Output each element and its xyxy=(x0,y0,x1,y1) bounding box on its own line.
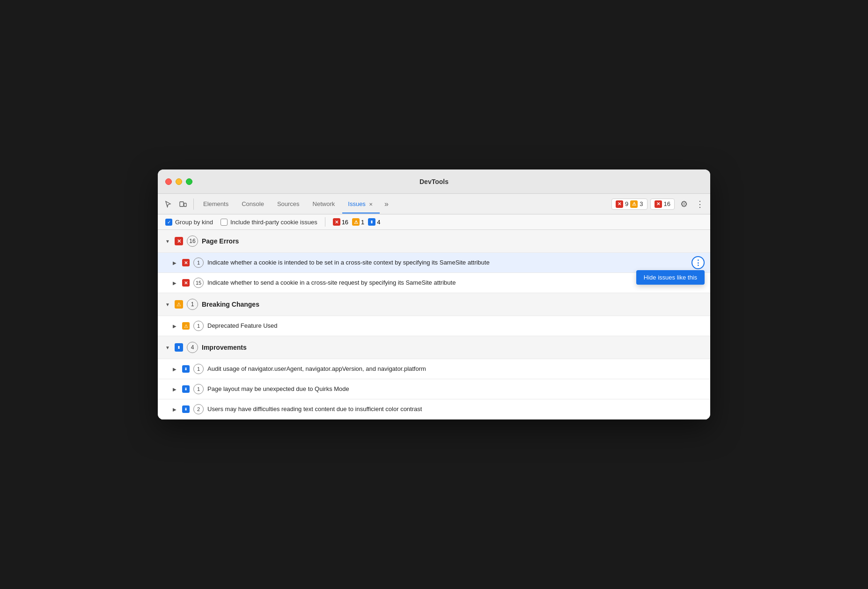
svg-rect-1 xyxy=(184,203,186,206)
section-chevron-breaking: ▼ xyxy=(165,302,171,307)
issue-chevron-2: ▶ xyxy=(173,280,178,286)
more-tabs-button[interactable]: » xyxy=(382,198,391,210)
filter-error-count[interactable]: ✕ 16 xyxy=(333,218,348,226)
section-improvements[interactable]: ▼ 4 Improvements xyxy=(158,336,710,359)
filter-divider xyxy=(325,217,325,227)
issue-count-contrast: 2 xyxy=(193,404,204,414)
svg-rect-3 xyxy=(371,221,373,221)
settings-button[interactable]: ⚙ xyxy=(677,198,691,211)
section-count-breaking: 1 xyxy=(187,299,198,310)
error-warn-badge[interactable]: ✕ 9 ⚠ 3 xyxy=(611,199,647,210)
tab-console[interactable]: Console xyxy=(236,198,270,210)
maximize-button[interactable] xyxy=(186,178,192,185)
group-by-kind-label: Group by kind xyxy=(175,219,213,226)
tab-issues-close[interactable]: ✕ xyxy=(368,201,374,207)
svg-rect-2 xyxy=(371,221,373,223)
close-button[interactable] xyxy=(165,178,172,185)
group-by-kind-checkbox[interactable]: ✓ Group by kind xyxy=(165,219,213,226)
issues-content: ▼ ✕ 16 Page Errors ▶ ✕ 1 Indicate whethe… xyxy=(158,230,710,420)
filter-error-num: 16 xyxy=(342,219,348,226)
hide-issues-menu-item[interactable]: Hide issues like this xyxy=(636,270,705,285)
issue-row-quirks[interactable]: ▶ 1 Page layout may be unexpected due to… xyxy=(158,379,710,399)
section-title-improvements: Improvements xyxy=(202,344,247,351)
issue-chevron-4: ▶ xyxy=(173,367,178,372)
section-count-page-errors: 16 xyxy=(187,236,198,247)
svg-rect-8 xyxy=(185,389,187,390)
issue-icon-deprecated: ⚠ xyxy=(182,322,190,330)
toolbar-divider xyxy=(193,199,194,210)
filter-warn-num: 1 xyxy=(361,219,364,226)
issue-row-contrast[interactable]: ▶ 2 Users may have difficulties reading … xyxy=(158,399,710,420)
tab-elements[interactable]: Elements xyxy=(198,198,234,210)
issue-text-deprecated: Deprecated Feature Used xyxy=(207,322,703,330)
filter-warn-count[interactable]: ⚠ 1 xyxy=(352,218,364,226)
warn-icon: ⚠ xyxy=(630,200,638,208)
device-mode-icon[interactable] xyxy=(177,198,190,211)
filter-warn-icon: ⚠ xyxy=(352,218,360,226)
filter-info-num: 4 xyxy=(377,219,380,226)
checkbox-empty-icon xyxy=(221,219,228,226)
section-breaking-changes[interactable]: ▼ ⚠ 1 Breaking Changes xyxy=(158,293,710,316)
error-icon: ✕ xyxy=(616,200,623,208)
issue-chevron-3: ▶ xyxy=(173,324,178,329)
issue-text-quirks: Page layout may be unexpected due to Qui… xyxy=(207,385,703,393)
checkbox-checked-icon: ✓ xyxy=(165,219,172,226)
svg-rect-10 xyxy=(185,409,187,411)
section-title-breaking: Breaking Changes xyxy=(202,301,259,308)
issue-count-deprecated: 1 xyxy=(193,321,204,331)
filter-error-icon: ✕ xyxy=(333,218,340,226)
section-chevron-page-errors: ▼ xyxy=(165,239,171,244)
section-icon-breaking: ⚠ xyxy=(175,300,183,309)
third-party-checkbox[interactable]: Include third-party cookie issues xyxy=(221,219,317,226)
issue-chevron-1: ▶ xyxy=(173,260,178,265)
issue-icon-cookie-15: ✕ xyxy=(182,279,190,287)
issue-chevron-6: ▶ xyxy=(173,407,178,412)
three-dot-button[interactable]: ⋮ xyxy=(691,256,705,269)
section-chevron-improvements: ▼ xyxy=(165,345,171,350)
issue-row-cookie-15[interactable]: ▶ ✕ 15 Indicate whether to send a cookie… xyxy=(158,273,710,293)
section-page-errors[interactable]: ▼ ✕ 16 Page Errors xyxy=(158,230,710,253)
more-options-button[interactable]: ⋮ xyxy=(693,198,706,211)
issue-text-cookie-1: Indicate whether a cookie is intended to… xyxy=(207,258,682,267)
issue-icon-quirks xyxy=(182,385,190,393)
tab-sources[interactable]: Sources xyxy=(272,198,305,210)
window-title: DevTools xyxy=(419,178,449,185)
issue-count-cookie-1: 1 xyxy=(193,258,204,268)
issue-text-cookie-15: Indicate whether to send a cookie in a c… xyxy=(207,279,703,287)
issue-row-navigator[interactable]: ▶ 1 Audit usage of navigator.userAgent, … xyxy=(158,359,710,379)
filter-info-count[interactable]: 4 xyxy=(368,218,380,226)
svg-rect-9 xyxy=(185,388,187,389)
device-svg xyxy=(179,200,187,208)
filter-counts: ✕ 16 ⚠ 1 4 xyxy=(333,218,381,226)
issue-count-quirks: 1 xyxy=(193,384,204,394)
issue-count: 16 xyxy=(664,200,670,207)
issue-row-cookie-1[interactable]: ▶ ✕ 1 Indicate whether a cookie is inten… xyxy=(158,253,710,273)
cursor-svg xyxy=(164,200,172,208)
inspect-icon[interactable] xyxy=(162,198,175,211)
issue-count-navigator: 1 xyxy=(193,364,204,374)
section-icon-page-errors: ✕ xyxy=(175,237,183,245)
tab-network[interactable]: Network xyxy=(307,198,341,210)
issue-count-cookie-15: 15 xyxy=(193,278,204,288)
traffic-lights xyxy=(165,178,192,185)
svg-rect-11 xyxy=(185,408,187,409)
issue-icon-cookie-1: ✕ xyxy=(182,259,190,266)
svg-rect-0 xyxy=(180,202,184,206)
issue-chevron-5: ▶ xyxy=(173,387,178,392)
issue-icon: ✕ xyxy=(655,200,662,208)
toolbar-right: ✕ 9 ⚠ 3 ✕ 16 ⚙ ⋮ xyxy=(611,198,706,211)
issue-icon-navigator xyxy=(182,365,190,373)
issue-count-badge[interactable]: ✕ 16 xyxy=(650,199,675,210)
section-icon-improvements xyxy=(175,343,183,352)
tab-issues[interactable]: Issues✕ xyxy=(342,198,380,211)
warn-count: 3 xyxy=(640,200,643,207)
svg-rect-6 xyxy=(185,368,187,370)
svg-rect-5 xyxy=(178,346,180,347)
issue-row-deprecated[interactable]: ▶ ⚠ 1 Deprecated Feature Used xyxy=(158,316,710,336)
svg-rect-4 xyxy=(178,347,180,349)
minimize-button[interactable] xyxy=(176,178,182,185)
issue-icon-contrast xyxy=(182,405,190,413)
issue-text-contrast: Users may have difficulties reading text… xyxy=(207,405,703,413)
error-count: 9 xyxy=(625,200,628,207)
filter-bar: ✓ Group by kind Include third-party cook… xyxy=(158,214,710,230)
